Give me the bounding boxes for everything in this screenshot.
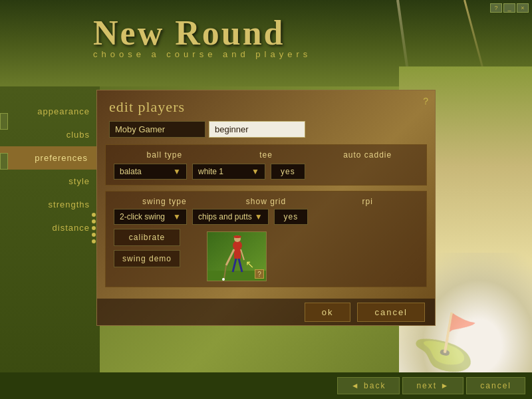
bottom-cancel-button[interactable]: cancel	[466, 377, 525, 394]
sidebar-item-distance[interactable]: distance	[0, 216, 100, 239]
sidebar-item-appearance[interactable]: appearance	[0, 100, 100, 123]
section1-header: ball type tee auto caddie	[114, 150, 418, 160]
dialog-help-icon[interactable]: ?	[423, 96, 428, 106]
swing-type-dropdown[interactable]: 2-click swing ▼	[114, 209, 187, 225]
player-name-row	[97, 121, 435, 144]
page-subtitle: choose a course and players	[93, 49, 532, 59]
cursor-icon: ↖	[245, 258, 254, 271]
auto-caddie-button[interactable]: yes	[271, 164, 305, 180]
ball-type-dropdown[interactable]: balata ▼	[114, 164, 187, 180]
rpi-label: rpi	[317, 197, 418, 206]
dialog-footer: ok cancel	[97, 299, 435, 325]
video-help-icon[interactable]: ?	[255, 269, 264, 279]
action-row: calibrate swing demo	[114, 229, 418, 281]
calibrate-button[interactable]: calibrate	[114, 229, 180, 246]
edit-players-dialog: ? edit players ball type tee auto caddie…	[96, 90, 436, 326]
show-grid-label: show grid	[215, 197, 317, 206]
close-button[interactable]: ×	[517, 3, 529, 13]
section-ball-tee: ball type tee auto caddie balata ▼ white…	[105, 144, 427, 186]
swing-type-arrow: ▼	[173, 212, 181, 221]
ball-type-label: ball type	[114, 150, 215, 160]
section2-header: swing type show grid rpi	[114, 197, 418, 206]
show-grid-dropdown[interactable]: chips and putts ▼	[192, 209, 269, 225]
section-swing-grid: swing type show grid rpi 2-click swing ▼…	[105, 191, 427, 287]
help-button[interactable]: ?	[490, 3, 502, 13]
tee-arrow: ▼	[251, 167, 259, 176]
section2-controls: 2-click swing ▼ chips and putts ▼ yes	[114, 209, 418, 225]
rpi-button[interactable]: yes	[274, 209, 309, 225]
auto-caddie-label: auto caddie	[317, 150, 418, 160]
tee-dropdown[interactable]: white 1 ▼	[192, 164, 265, 180]
left-dots	[92, 213, 96, 243]
dialog-title: edit players	[97, 90, 435, 121]
sidebar-item-clubs[interactable]: clubs	[0, 123, 100, 146]
minimize-button[interactable]: _	[503, 3, 515, 13]
swing-type-label: swing type	[114, 197, 215, 206]
player-name-input[interactable]	[109, 121, 205, 138]
back-button[interactable]: ◄ back	[337, 377, 400, 394]
ok-button[interactable]: ok	[305, 303, 351, 322]
svg-rect-5	[234, 247, 241, 259]
next-button[interactable]: next ►	[402, 377, 464, 394]
action-buttons: calibrate swing demo	[114, 229, 180, 267]
svg-point-4	[233, 235, 241, 238]
ball-type-arrow: ▼	[173, 167, 181, 176]
bottom-bar: ◄ back next ► cancel	[0, 372, 532, 399]
cancel-button[interactable]: cancel	[357, 303, 425, 322]
page-title: New Round	[93, 13, 532, 53]
sidebar-item-style[interactable]: style	[0, 170, 100, 193]
left-sidebar: appearance clubs preferences style stren…	[0, 86, 100, 399]
svg-point-11	[222, 278, 225, 281]
show-grid-arrow: ▼	[255, 212, 263, 221]
section1-controls: balata ▼ white 1 ▼ yes	[114, 164, 418, 180]
player-skill-input[interactable]	[209, 121, 305, 138]
tee-label: tee	[215, 150, 317, 160]
banner-title-area: New Round choose a course and players	[93, 13, 532, 59]
sidebar-item-preferences[interactable]: preferences	[0, 146, 100, 170]
swing-demo-button[interactable]: swing demo	[114, 250, 180, 267]
sidebar-item-strengths[interactable]: strengths	[0, 193, 100, 216]
video-thumbnail[interactable]: ↖ ?	[207, 231, 267, 281]
window-controls: ? _ ×	[490, 3, 529, 13]
